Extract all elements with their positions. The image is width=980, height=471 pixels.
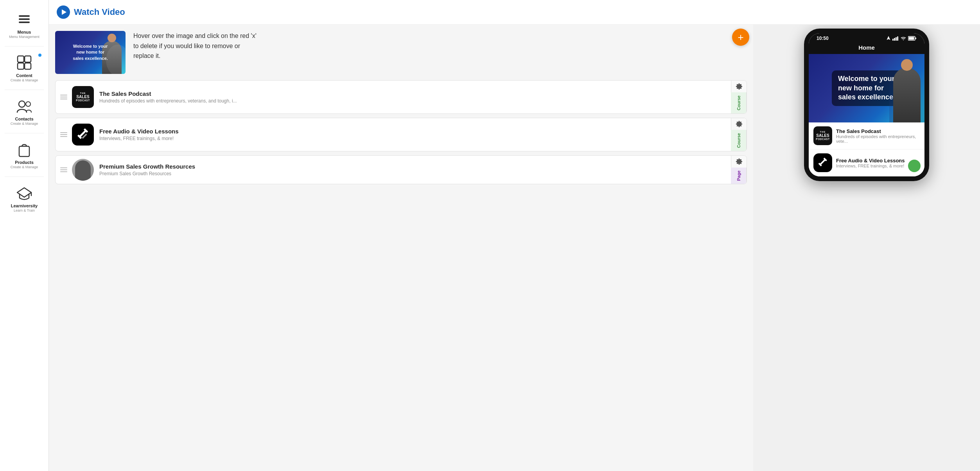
svg-rect-10 xyxy=(897,36,898,41)
content-icon xyxy=(15,54,33,72)
item-info-2: Free Audio & Video Lessons Interviews, F… xyxy=(99,128,731,141)
phone-hammer-svg xyxy=(818,158,828,168)
sidebar-menus-label: Menus xyxy=(18,30,31,35)
svg-rect-1 xyxy=(25,56,31,62)
phone-item-title-2: Free Audio & Video Lessons xyxy=(836,158,920,164)
signal-icon xyxy=(892,36,899,41)
phone-item-info-1: The Sales Podcast Hundreds of episodes w… xyxy=(836,128,920,144)
green-dot xyxy=(908,160,921,172)
gear-button-3[interactable] xyxy=(731,156,747,167)
drag-handle-2[interactable] xyxy=(56,132,72,137)
item-right-1: Course xyxy=(731,81,747,113)
svg-rect-14 xyxy=(915,38,916,39)
svg-rect-0 xyxy=(18,56,24,62)
content-notification-dot xyxy=(38,54,41,57)
phone-nav-title: Home xyxy=(809,43,924,54)
type-label-1: Course xyxy=(731,92,747,113)
sidebar-divider-2 xyxy=(5,90,43,90)
menu-icon xyxy=(15,10,33,28)
item-right-3: Page xyxy=(731,156,747,184)
person-silhouette-3 xyxy=(75,160,91,181)
sidebar-item-content[interactable]: Content Create & Manage xyxy=(0,48,48,88)
sidebar-item-menus[interactable]: Menus Menu Management xyxy=(0,5,48,45)
phone-hero-text: Welcome to yournew home forsales excelle… xyxy=(838,74,895,102)
phone-list-item-1: THE SALES PODCAST The Sales Podcast Hund… xyxy=(809,122,924,149)
battery-icon xyxy=(908,36,917,41)
sidebar-products-sublabel: Create & Manage xyxy=(11,165,38,169)
phone-podcast-icon: THE SALES PODCAST xyxy=(813,126,832,145)
sidebar-item-products[interactable]: Products Create & Manage xyxy=(0,135,48,175)
drag-handle-1[interactable] xyxy=(56,95,72,99)
phone-time: 10:50 xyxy=(817,36,829,41)
learniversity-icon xyxy=(15,184,33,202)
hero-image[interactable]: Welcome to yournew home forsales excelle… xyxy=(55,31,126,74)
svg-rect-6 xyxy=(19,146,29,156)
status-right xyxy=(887,36,917,41)
list-item-free-audio: Free Audio & Video Lessons Interviews, F… xyxy=(55,118,747,151)
phone-person-fig xyxy=(893,68,921,122)
gear-icon-3 xyxy=(736,158,743,165)
gear-icon-2 xyxy=(736,120,743,128)
svg-rect-2 xyxy=(18,63,24,69)
list-item-sales-podcast: THE SALES PODCAST The Sales Podcast Hund… xyxy=(55,80,747,114)
svg-point-4 xyxy=(19,101,25,107)
type-label-2: Course xyxy=(731,130,747,151)
add-button[interactable]: + xyxy=(732,29,749,46)
left-panel: + Welcome to yournew home forsales excel… xyxy=(49,25,753,471)
podcast-icon-1: THE SALES PODCAST xyxy=(72,86,94,108)
header-title: Watch Video xyxy=(74,7,125,17)
drag-handle-3[interactable] xyxy=(56,167,72,172)
svg-rect-9 xyxy=(896,37,897,41)
person-icon-3 xyxy=(72,159,94,181)
sidebar-products-label: Products xyxy=(15,160,34,165)
phone-item-title-1: The Sales Podcast xyxy=(836,128,920,134)
wifi-icon xyxy=(901,36,906,40)
phone-status-bar: 10:50 xyxy=(809,33,924,43)
item-info-3: Premium Sales Growth Resources Premium S… xyxy=(99,163,731,176)
header: Watch Video xyxy=(49,0,980,25)
phone-panel: 10:50 xyxy=(753,25,980,471)
sidebar-divider-1 xyxy=(5,46,43,47)
phone-hero: Welcome to yournew home forsales excelle… xyxy=(809,54,924,122)
phone-screen: 10:50 xyxy=(809,33,924,176)
svg-point-5 xyxy=(26,102,31,106)
main-content: Watch Video + Welcome to yournew home fo… xyxy=(49,0,980,471)
sidebar-contacts-sublabel: Create & Manage xyxy=(11,122,38,126)
hero-block: Welcome to yournew home forsales excelle… xyxy=(55,31,747,74)
sidebar-item-learniversity[interactable]: Learniversity Learn & Train xyxy=(0,178,48,218)
list-item-premium-sales: Premium Sales Growth Resources Premium S… xyxy=(55,155,747,184)
contacts-icon xyxy=(15,97,33,115)
gear-button-1[interactable] xyxy=(731,81,747,92)
phone-list: THE SALES PODCAST The Sales Podcast Hund… xyxy=(809,122,924,176)
item-info-1: The Sales Podcast Hundreds of episodes w… xyxy=(99,90,731,104)
svg-rect-13 xyxy=(909,37,914,40)
phone-item-info-2: Free Audio & Video Lessons Interviews, F… xyxy=(836,158,920,168)
item-title-3: Premium Sales Growth Resources xyxy=(99,163,731,170)
phone-frame: 10:50 xyxy=(804,29,929,181)
hero-image-text: Welcome to yournew home forsales excelle… xyxy=(70,40,111,65)
item-desc-2: Interviews, FREE trainings, & more! xyxy=(99,136,731,141)
gear-button-2[interactable] xyxy=(731,118,747,130)
sidebar-learniversity-sublabel: Learn & Train xyxy=(14,209,35,213)
item-title-1: The Sales Podcast xyxy=(99,90,731,97)
svg-rect-7 xyxy=(892,39,894,41)
item-desc-3: Premium Sales Growth Resources xyxy=(99,171,731,176)
phone-item-desc-2: Interviews, FREE trainings, & more! xyxy=(836,164,920,168)
hammer-icon-2 xyxy=(72,124,94,146)
play-button[interactable] xyxy=(57,5,70,19)
content-area: + Welcome to yournew home forsales excel… xyxy=(49,25,980,471)
sidebar-menus-sublabel: Menu Management xyxy=(9,35,39,39)
sidebar: Menus Menu Management Content Create & M… xyxy=(0,0,49,471)
phone-list-item-2: Free Audio & Video Lessons Interviews, F… xyxy=(809,149,924,176)
hammer-svg-2 xyxy=(77,128,89,141)
phone-hammer-icon xyxy=(813,153,832,172)
sidebar-item-contacts[interactable]: Contacts Create & Manage xyxy=(0,92,48,131)
phone-item-desc-1: Hundreds of episodes with entrepreneurs,… xyxy=(836,134,920,144)
item-title-2: Free Audio & Video Lessons xyxy=(99,128,731,135)
sidebar-content-label: Content xyxy=(16,73,32,78)
sidebar-divider-3 xyxy=(5,133,43,133)
sidebar-divider-4 xyxy=(5,176,43,177)
phone-podcast-text: THE SALES PODCAST xyxy=(816,131,829,141)
svg-point-11 xyxy=(903,40,904,40)
products-icon xyxy=(15,140,33,158)
